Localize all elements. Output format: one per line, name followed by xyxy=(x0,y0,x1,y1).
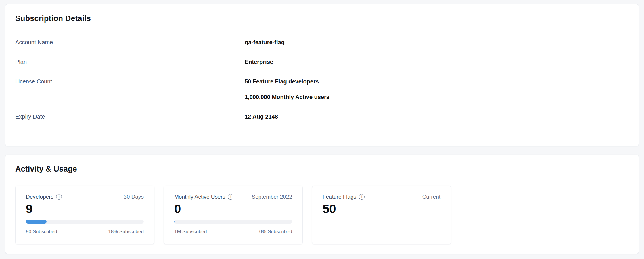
mau-percent-label: 0% Subscribed xyxy=(259,228,292,235)
mau-card-footer: 1M Subscribed 0% Subscribed xyxy=(174,228,292,235)
account-name-row: Account Name qa-feature-flag xyxy=(15,38,629,46)
plan-label: Plan xyxy=(15,58,245,66)
expiry-date-label: Expiry Date xyxy=(15,113,245,121)
developers-percent-label: 18% Subscribed xyxy=(108,228,144,235)
subscription-details-title: Subscription Details xyxy=(15,13,629,24)
usage-cards-row: Developers i 30 Days 9 50 Subscribed 18%… xyxy=(15,186,629,244)
feature-flags-card-header: Feature Flags i Current xyxy=(323,193,440,200)
mau-card-value: 0 xyxy=(174,202,292,216)
feature-flags-card-value: 50 xyxy=(323,202,440,216)
activity-usage-panel: Activity & Usage Developers i 30 Days 9 … xyxy=(5,155,639,254)
info-icon[interactable]: i xyxy=(56,194,62,200)
developers-progress-track xyxy=(26,220,144,224)
feature-flags-card-period: Current xyxy=(422,193,440,200)
account-name-label: Account Name xyxy=(15,38,245,46)
plan-row: Plan Enterprise xyxy=(15,58,629,66)
license-count-row: License Count 50 Feature Flag developers… xyxy=(15,77,629,101)
developers-card-footer: 50 Subscribed 18% Subscribed xyxy=(26,228,144,235)
plan-value: Enterprise xyxy=(245,58,629,66)
developers-progress-fill xyxy=(26,220,47,224)
feature-flags-card: Feature Flags i Current 50 xyxy=(312,186,451,244)
mau-card-name: Monthly Active Users xyxy=(174,193,225,200)
activity-usage-title: Activity & Usage xyxy=(15,163,629,174)
license-count-label: License Count xyxy=(15,77,245,85)
developers-card-header: Developers i 30 Days xyxy=(26,193,144,200)
developers-card-name: Developers xyxy=(26,193,53,200)
mau-progress-fill xyxy=(174,220,175,224)
license-count-mau-value: 1,000,000 Monthly Active users xyxy=(245,93,629,101)
developers-card-value: 9 xyxy=(26,202,144,216)
expiry-date-row: Expiry Date 12 Aug 2148 xyxy=(15,113,629,121)
subscription-details-panel: Subscription Details Account Name qa-fea… xyxy=(5,4,639,146)
info-icon[interactable]: i xyxy=(228,194,233,200)
mau-progress-track xyxy=(174,220,292,224)
mau-card-header: Monthly Active Users i September 2022 xyxy=(174,193,292,200)
developers-card-period: 30 Days xyxy=(124,193,144,200)
feature-flags-card-name: Feature Flags xyxy=(323,193,356,200)
developers-subscribed-label: 50 Subscribed xyxy=(26,228,57,235)
account-name-value: qa-feature-flag xyxy=(245,38,629,46)
license-count-developers-value: 50 Feature Flag developers xyxy=(245,77,629,85)
info-icon[interactable]: i xyxy=(359,194,365,200)
monthly-active-users-card: Monthly Active Users i September 2022 0 … xyxy=(164,186,303,244)
mau-subscribed-label: 1M Subscribed xyxy=(174,228,207,235)
expiry-date-value: 12 Aug 2148 xyxy=(245,113,629,121)
mau-card-period: September 2022 xyxy=(252,193,292,200)
developers-card: Developers i 30 Days 9 50 Subscribed 18%… xyxy=(15,186,154,244)
